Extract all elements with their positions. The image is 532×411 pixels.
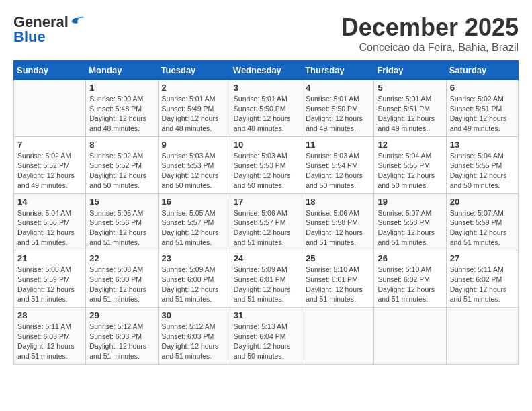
day-number: 20 [450, 197, 515, 207]
calendar-cell: 24Sunrise: 5:09 AM Sunset: 6:01 PM Dayli… [230, 250, 302, 308]
header-day-tuesday: Tuesday [158, 61, 230, 80]
day-info: Sunrise: 5:04 AM Sunset: 5:55 PM Dayligh… [378, 151, 442, 191]
calendar-cell: 23Sunrise: 5:09 AM Sunset: 6:00 PM Dayli… [158, 250, 230, 308]
day-number: 26 [378, 253, 442, 263]
calendar-cell: 26Sunrise: 5:10 AM Sunset: 6:02 PM Dayli… [374, 250, 446, 308]
day-info: Sunrise: 5:12 AM Sunset: 6:03 PM Dayligh… [162, 322, 226, 361]
calendar-cell: 8Sunrise: 5:02 AM Sunset: 5:52 PM Daylig… [86, 136, 158, 193]
day-number: 25 [306, 253, 370, 263]
header-day-thursday: Thursday [302, 61, 374, 80]
day-number: 28 [17, 310, 82, 320]
calendar-week-3: 14Sunrise: 5:04 AM Sunset: 5:56 PM Dayli… [14, 193, 519, 250]
calendar-cell: 3Sunrise: 5:01 AM Sunset: 5:50 PM Daylig… [230, 80, 302, 137]
day-number: 6 [450, 83, 515, 93]
calendar-cell: 13Sunrise: 5:04 AM Sunset: 5:55 PM Dayli… [446, 136, 518, 193]
day-info: Sunrise: 5:05 AM Sunset: 5:56 PM Dayligh… [89, 208, 154, 248]
day-info: Sunrise: 5:11 AM Sunset: 6:02 PM Dayligh… [450, 265, 515, 304]
calendar-cell: 9Sunrise: 5:03 AM Sunset: 5:53 PM Daylig… [158, 136, 230, 193]
day-info: Sunrise: 5:06 AM Sunset: 5:57 PM Dayligh… [234, 208, 298, 248]
calendar-table: SundayMondayTuesdayWednesdayThursdayFrid… [13, 60, 519, 365]
calendar-cell: 28Sunrise: 5:11 AM Sunset: 6:03 PM Dayli… [14, 308, 86, 365]
calendar-cell [302, 308, 374, 365]
calendar-cell: 30Sunrise: 5:12 AM Sunset: 6:03 PM Dayli… [158, 308, 230, 365]
day-number: 22 [89, 253, 154, 263]
calendar-header: SundayMondayTuesdayWednesdayThursdayFrid… [14, 61, 519, 80]
day-info: Sunrise: 5:06 AM Sunset: 5:58 PM Dayligh… [306, 208, 370, 248]
day-number: 15 [89, 197, 154, 207]
day-info: Sunrise: 5:02 AM Sunset: 5:52 PM Dayligh… [17, 151, 82, 191]
day-info: Sunrise: 5:09 AM Sunset: 6:01 PM Dayligh… [234, 265, 298, 304]
day-info: Sunrise: 5:03 AM Sunset: 5:54 PM Dayligh… [306, 151, 370, 191]
calendar-cell: 16Sunrise: 5:05 AM Sunset: 5:57 PM Dayli… [158, 193, 230, 250]
calendar-cell: 21Sunrise: 5:08 AM Sunset: 5:59 PM Dayli… [14, 250, 86, 308]
day-info: Sunrise: 5:01 AM Sunset: 5:49 PM Dayligh… [162, 94, 226, 134]
calendar-week-2: 7Sunrise: 5:02 AM Sunset: 5:52 PM Daylig… [14, 136, 519, 193]
day-info: Sunrise: 5:04 AM Sunset: 5:55 PM Dayligh… [450, 151, 515, 191]
day-number: 24 [234, 253, 298, 263]
day-info: Sunrise: 5:09 AM Sunset: 6:00 PM Dayligh… [162, 265, 226, 304]
calendar-week-4: 21Sunrise: 5:08 AM Sunset: 5:59 PM Dayli… [14, 250, 519, 308]
calendar-cell: 29Sunrise: 5:12 AM Sunset: 6:03 PM Dayli… [86, 308, 158, 365]
calendar-cell: 17Sunrise: 5:06 AM Sunset: 5:57 PM Dayli… [230, 193, 302, 250]
day-number: 2 [162, 83, 226, 93]
calendar-month-year: December 2025 [341, 13, 519, 42]
day-number: 21 [17, 253, 82, 263]
calendar-cell: 15Sunrise: 5:05 AM Sunset: 5:56 PM Dayli… [86, 193, 158, 250]
calendar-cell: 27Sunrise: 5:11 AM Sunset: 6:02 PM Dayli… [446, 250, 518, 308]
day-number: 8 [89, 140, 154, 150]
day-info: Sunrise: 5:07 AM Sunset: 5:58 PM Dayligh… [378, 208, 442, 248]
day-number: 4 [306, 83, 370, 93]
day-number: 10 [234, 140, 298, 150]
day-number: 13 [450, 140, 515, 150]
calendar-cell: 14Sunrise: 5:04 AM Sunset: 5:56 PM Dayli… [14, 193, 86, 250]
day-info: Sunrise: 5:13 AM Sunset: 6:04 PM Dayligh… [234, 322, 298, 361]
calendar-cell: 22Sunrise: 5:08 AM Sunset: 6:00 PM Dayli… [86, 250, 158, 308]
calendar-body: 1Sunrise: 5:00 AM Sunset: 5:48 PM Daylig… [14, 80, 519, 365]
calendar-cell [374, 308, 446, 365]
calendar-title-section: December 2025 Conceicao da Feira, Bahia,… [341, 13, 519, 54]
day-info: Sunrise: 5:12 AM Sunset: 6:03 PM Dayligh… [89, 322, 154, 361]
day-info: Sunrise: 5:08 AM Sunset: 5:59 PM Dayligh… [17, 265, 82, 304]
day-number: 19 [378, 197, 442, 207]
logo: General Blue [13, 13, 85, 46]
calendar-cell: 18Sunrise: 5:06 AM Sunset: 5:58 PM Dayli… [302, 193, 374, 250]
day-number: 9 [162, 140, 226, 150]
day-info: Sunrise: 5:01 AM Sunset: 5:51 PM Dayligh… [378, 94, 442, 134]
day-number: 7 [17, 140, 82, 150]
day-info: Sunrise: 5:07 AM Sunset: 5:59 PM Dayligh… [450, 208, 515, 248]
calendar-cell: 11Sunrise: 5:03 AM Sunset: 5:54 PM Dayli… [302, 136, 374, 193]
header-day-friday: Friday [374, 61, 446, 80]
day-number: 27 [450, 253, 515, 263]
calendar-cell [446, 308, 518, 365]
day-info: Sunrise: 5:05 AM Sunset: 5:57 PM Dayligh… [162, 208, 226, 248]
header-day-sunday: Sunday [14, 61, 86, 80]
page-header: General Blue December 2025 Conceicao da … [13, 13, 519, 54]
calendar-cell: 5Sunrise: 5:01 AM Sunset: 5:51 PM Daylig… [374, 80, 446, 137]
logo-bird-icon [70, 15, 85, 27]
logo-blue-text: Blue [13, 28, 46, 46]
day-info: Sunrise: 5:10 AM Sunset: 6:01 PM Dayligh… [306, 265, 370, 304]
day-number: 29 [89, 310, 154, 320]
day-number: 5 [378, 83, 442, 93]
day-info: Sunrise: 5:04 AM Sunset: 5:56 PM Dayligh… [17, 208, 82, 248]
day-number: 31 [234, 310, 298, 320]
day-info: Sunrise: 5:08 AM Sunset: 6:00 PM Dayligh… [89, 265, 154, 304]
calendar-cell: 7Sunrise: 5:02 AM Sunset: 5:52 PM Daylig… [14, 136, 86, 193]
day-info: Sunrise: 5:00 AM Sunset: 5:48 PM Dayligh… [89, 94, 154, 134]
day-number: 12 [378, 140, 442, 150]
day-info: Sunrise: 5:03 AM Sunset: 5:53 PM Dayligh… [162, 151, 226, 191]
day-number: 16 [162, 197, 226, 207]
calendar-cell: 20Sunrise: 5:07 AM Sunset: 5:59 PM Dayli… [446, 193, 518, 250]
header-day-wednesday: Wednesday [230, 61, 302, 80]
day-info: Sunrise: 5:02 AM Sunset: 5:52 PM Dayligh… [89, 151, 154, 191]
day-info: Sunrise: 5:11 AM Sunset: 6:03 PM Dayligh… [17, 322, 82, 361]
calendar-cell: 25Sunrise: 5:10 AM Sunset: 6:01 PM Dayli… [302, 250, 374, 308]
header-day-saturday: Saturday [446, 61, 518, 80]
day-number: 1 [89, 83, 154, 93]
day-info: Sunrise: 5:03 AM Sunset: 5:53 PM Dayligh… [234, 151, 298, 191]
day-number: 18 [306, 197, 370, 207]
calendar-cell: 2Sunrise: 5:01 AM Sunset: 5:49 PM Daylig… [158, 80, 230, 137]
calendar-cell: 10Sunrise: 5:03 AM Sunset: 5:53 PM Dayli… [230, 136, 302, 193]
day-info: Sunrise: 5:10 AM Sunset: 6:02 PM Dayligh… [378, 265, 442, 304]
day-number: 23 [162, 253, 226, 263]
